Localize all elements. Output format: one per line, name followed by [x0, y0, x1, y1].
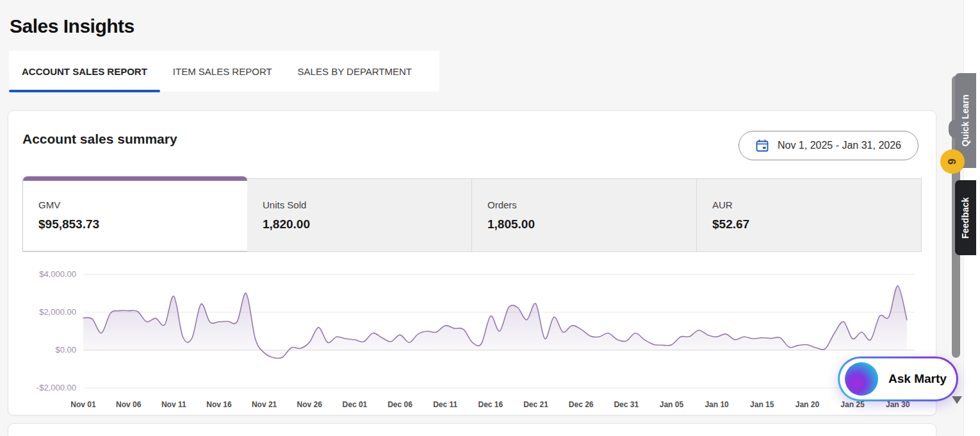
svg-text:Jan 20: Jan 20 [796, 400, 820, 409]
stat-value: 1,820.00 [263, 217, 456, 231]
page-title: Sales Insights [10, 15, 135, 37]
stat-tiles: GMV $95,853.73 Units Sold 1,820.00 Order… [22, 178, 922, 252]
svg-text:Dec 31: Dec 31 [614, 400, 639, 409]
svg-text:$4,000.00: $4,000.00 [39, 269, 76, 279]
svg-text:Dec 06: Dec 06 [388, 400, 412, 409]
scroll-down-arrow-icon[interactable] [952, 396, 962, 404]
stat-value: $95,853.73 [38, 217, 232, 231]
active-tab-underline [9, 90, 160, 92]
svg-text:Jan 05: Jan 05 [660, 400, 684, 409]
svg-text:Nov 11: Nov 11 [161, 400, 186, 409]
stat-tile-gmv[interactable]: GMV $95,853.73 [22, 176, 248, 251]
tab-item-sales-report[interactable]: ITEM SALES REPORT [160, 51, 285, 92]
svg-text:Jan 15: Jan 15 [750, 400, 774, 409]
svg-text:$2,000.00: $2,000.00 [39, 307, 76, 317]
tab-label: ITEM SALES REPORT [173, 66, 272, 77]
gmv-area-chart: $4,000.00$2,000.00$0.00-$2,000.00Nov 01N… [8, 264, 937, 417]
svg-text:Dec 11: Dec 11 [433, 400, 457, 409]
svg-text:Jan 30: Jan 30 [886, 400, 910, 409]
stat-tile-aur[interactable]: AUR $52.67 [697, 179, 921, 251]
svg-text:Dec 16: Dec 16 [478, 400, 503, 409]
svg-text:Jan 25: Jan 25 [840, 400, 865, 409]
svg-text:Nov 16: Nov 16 [206, 400, 232, 409]
svg-text:Dec 01: Dec 01 [343, 400, 368, 409]
stat-value: $52.67 [712, 217, 906, 231]
svg-text:-$2,000.00: -$2,000.00 [37, 383, 76, 392]
calendar-icon [756, 139, 769, 152]
report-tabbar: ACCOUNT SALES REPORT ITEM SALES REPORT S… [9, 51, 439, 92]
svg-text:Nov 01: Nov 01 [70, 400, 96, 409]
tab-label: SALES BY DEPARTMENT [298, 66, 412, 77]
date-range-label: Nov 1, 2025 - Jan 31, 2026 [778, 140, 901, 151]
svg-text:Nov 06: Nov 06 [116, 400, 142, 409]
svg-text:Dec 26: Dec 26 [569, 400, 594, 409]
ask-marty-button[interactable]: Ask Marty [838, 356, 958, 401]
stat-label: GMV [38, 199, 232, 210]
svg-text:Nov 21: Nov 21 [252, 400, 277, 409]
date-range-picker[interactable]: Nov 1, 2025 - Jan 31, 2026 [739, 131, 919, 160]
notification-count: 9 [946, 158, 959, 164]
svg-text:Jan 10: Jan 10 [705, 400, 729, 409]
ask-marty-label: Ask Marty [888, 372, 947, 386]
feedback-tab[interactable]: Feedback [955, 180, 976, 255]
svg-text:Nov 26: Nov 26 [297, 400, 323, 409]
tab-sales-by-department[interactable]: SALES BY DEPARTMENT [285, 51, 425, 92]
tab-label: ACCOUNT SALES REPORT [22, 66, 147, 77]
quick-learn-label: Quick Learn [961, 95, 971, 147]
next-section-card [8, 423, 936, 436]
chart-series [83, 286, 907, 358]
stat-label: AUR [712, 199, 906, 210]
tab-account-sales-report[interactable]: ACCOUNT SALES REPORT [9, 51, 160, 92]
stat-tile-orders[interactable]: Orders 1,805.00 [472, 179, 697, 251]
stat-tile-units-sold[interactable]: Units Sold 1,820.00 [247, 179, 472, 251]
svg-text:Dec 21: Dec 21 [523, 400, 548, 409]
feedback-label: Feedback [961, 197, 971, 239]
stat-value: 1,805.00 [487, 217, 681, 231]
marty-assistant-icon [845, 362, 878, 396]
stat-label: Orders [487, 199, 681, 210]
svg-text:$0.00: $0.00 [55, 345, 76, 355]
ask-marty-inner: Ask Marty [840, 358, 956, 399]
stat-label: Units Sold [263, 199, 456, 210]
account-sales-summary-card: Account sales summary Nov 1, 2025 - Jan … [8, 110, 936, 415]
notification-count-badge[interactable]: 9 [940, 149, 965, 174]
panel-title: Account sales summary [22, 131, 177, 147]
